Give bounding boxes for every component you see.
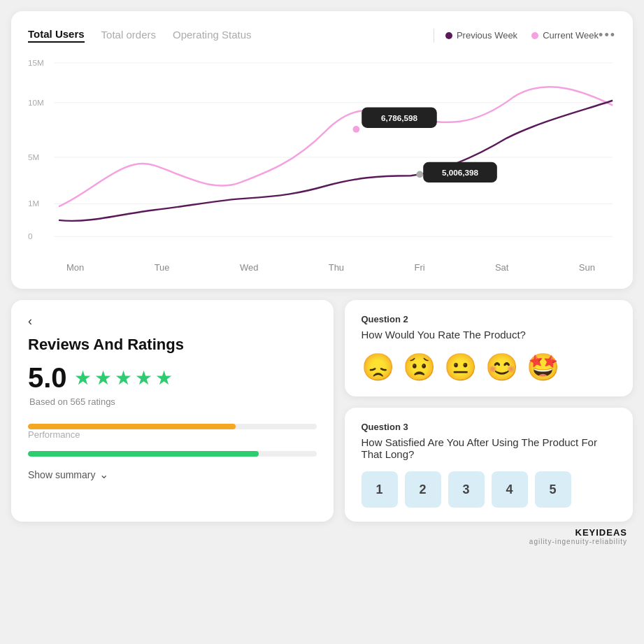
chart-tabs: Total Users Total orders Operating Statu… (28, 28, 422, 43)
y-label-15m: 15M (28, 58, 44, 67)
prev-dot (445, 32, 452, 39)
x-label-sun: Sun (579, 262, 595, 273)
x-label-sat: Sat (495, 262, 509, 273)
y-label-5m: 5M (28, 152, 39, 162)
num-2[interactable]: 2 (405, 471, 441, 508)
performance-bar-fill (28, 424, 236, 429)
chart-card: Total Users Total orders Operating Statu… (11, 11, 633, 289)
brand-footer: KEYIDEAS agility-ingenuity-reliability (11, 527, 633, 545)
tooltip1-value: 6,786,598 (381, 113, 418, 122)
legend-previous: Previous Week (445, 30, 517, 41)
star-4: ★ (135, 366, 152, 389)
tooltip2-dot (416, 171, 423, 178)
chart-divider (434, 29, 434, 43)
x-label-fri: Fri (414, 262, 424, 273)
chart-area: 15M 10M 5M 1M 0 6,786,598 5,006,398 (28, 54, 616, 278)
star-1: ★ (74, 366, 92, 389)
chart-header: Total Users Total orders Operating Statu… (28, 28, 616, 43)
reviews-card: ‹ Reviews And Ratings 5.0 ★ ★ ★ ★ ★ Base… (11, 300, 334, 522)
chevron-down-icon: ⌄ (99, 468, 108, 481)
rating-sub: Based on 565 ratings (29, 396, 317, 407)
question3-label: Question 3 (362, 422, 617, 432)
rating-number: 5.0 (28, 362, 67, 394)
current-week-line (59, 87, 613, 206)
emoji-row: 😞 😟 😐 😊 🤩 (362, 352, 617, 382)
star-5: ★ (155, 366, 173, 389)
emoji-5[interactable]: 🤩 (527, 352, 559, 382)
stars: ★ ★ ★ ★ ★ (74, 366, 173, 389)
rating-row: 5.0 ★ ★ ★ ★ ★ (28, 362, 317, 394)
brand-name: KEYIDEAS (11, 527, 627, 538)
y-label-0: 0 (28, 231, 33, 241)
legend-current-label: Current Week (543, 30, 599, 41)
number-row: 1 2 3 4 5 (362, 471, 617, 508)
brand-tagline: agility-ingenuity-reliability (11, 538, 627, 545)
bottom-row: ‹ Reviews And Ratings 5.0 ★ ★ ★ ★ ★ Base… (11, 300, 633, 522)
question2-card: Question 2 How Would You Rate The Produc… (345, 300, 634, 396)
star-2: ★ (94, 366, 112, 389)
tooltip2-value: 5,006,398 (442, 168, 479, 177)
tab-total-users[interactable]: Total Users (28, 28, 85, 43)
chart-legend: Previous Week Current Week (445, 30, 599, 41)
show-summary-button[interactable]: Show summary ⌄ (28, 468, 108, 481)
reviews-title: Reviews And Ratings (28, 336, 317, 354)
secondary-bar-fill (28, 451, 259, 457)
num-4[interactable]: 4 (492, 471, 528, 508)
curr-dot (531, 32, 538, 39)
y-label-10m: 10M (28, 98, 44, 107)
x-label-thu: Thu (329, 262, 344, 273)
question2-label: Question 2 (362, 314, 617, 324)
num-1[interactable]: 1 (362, 471, 398, 508)
more-button[interactable]: ••• (599, 28, 616, 43)
question3-text: How Satisfied Are You After Using The Pr… (362, 436, 617, 460)
emoji-2[interactable]: 😟 (403, 352, 436, 382)
right-col: Question 2 How Would You Rate The Produc… (345, 300, 634, 522)
performance-label: Performance (28, 429, 317, 440)
performance-bar-row: Performance (28, 424, 317, 440)
num-5[interactable]: 5 (535, 471, 571, 508)
back-button[interactable]: ‹ (28, 314, 32, 329)
performance-bar-track (28, 424, 317, 429)
previous-week-line (59, 101, 613, 221)
x-label-tue: Tue (155, 262, 170, 273)
emoji-4[interactable]: 😊 (485, 352, 518, 382)
legend-current: Current Week (531, 30, 599, 41)
emoji-1[interactable]: 😞 (362, 352, 394, 382)
tooltip1-dot (353, 126, 360, 133)
secondary-bar-track (28, 451, 317, 457)
emoji-3[interactable]: 😐 (444, 352, 477, 382)
legend-previous-label: Previous Week (457, 30, 517, 41)
num-3[interactable]: 3 (448, 471, 485, 508)
chart-svg: 15M 10M 5M 1M 0 6,786,598 5,006,398 (28, 54, 616, 257)
tab-total-orders[interactable]: Total orders (101, 29, 156, 42)
show-summary-label: Show summary (28, 469, 95, 480)
tab-operating-status[interactable]: Operating Status (173, 29, 252, 42)
y-label-1m: 1M (28, 199, 39, 208)
question3-card: Question 3 How Satisfied Are You After U… (345, 408, 634, 522)
x-label-mon: Mon (66, 262, 84, 273)
secondary-bar-row (28, 451, 317, 457)
x-label-wed: Wed (240, 262, 259, 273)
question2-text: How Would You Rate The Product? (362, 329, 617, 341)
star-3: ★ (115, 366, 132, 389)
x-labels: Mon Tue Wed Thu Fri Sat Sun (28, 259, 616, 273)
